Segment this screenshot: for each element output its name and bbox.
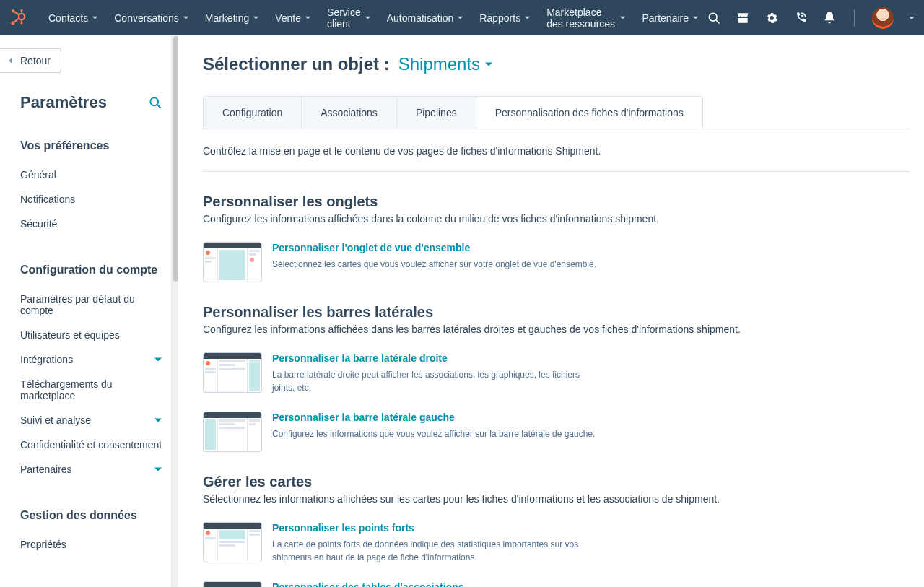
nav-item-7[interactable]: Marketplace des ressources xyxy=(539,6,634,30)
marketplace-icon[interactable] xyxy=(736,11,750,25)
object-select-value[interactable]: Shipments xyxy=(398,54,493,74)
svg-point-9 xyxy=(709,13,717,21)
svg-point-11 xyxy=(150,97,158,105)
sidebar-item-label: Sécurité xyxy=(20,218,57,230)
option-card: Personnaliser les points fortsLa carte d… xyxy=(203,522,910,564)
nav-item-1[interactable]: Conversations xyxy=(106,6,197,30)
phone-icon[interactable] xyxy=(793,11,808,25)
sidebar-group-title: Configuration du compte xyxy=(20,264,162,277)
top-nav: ContactsConversationsMarketingVenteServi… xyxy=(0,0,924,35)
object-selector: Sélectionner un objet : Shipments xyxy=(203,54,924,74)
card-link[interactable]: Personnaliser l'onglet de vue d'ensemble xyxy=(272,242,596,253)
svg-line-7 xyxy=(14,11,19,14)
chevron-down-icon xyxy=(183,14,189,21)
svg-point-4 xyxy=(21,22,23,24)
card-thumbnail xyxy=(203,352,262,393)
card-link[interactable]: Personnaliser la barre latérale gauche xyxy=(272,412,595,423)
back-button[interactable]: Retour xyxy=(0,48,61,73)
card-description: La carte de points forts de données indi… xyxy=(272,538,604,564)
chevron-down-icon xyxy=(253,14,259,21)
chevron-down-icon xyxy=(365,14,371,21)
card-description: Sélectionnez les cartes que vous voulez … xyxy=(272,258,596,271)
sidebar-item-label: Utilisateurs et équipes xyxy=(20,329,120,341)
section-title: Personnaliser les barres latérales xyxy=(203,304,910,321)
sidebar-item-label: Notifications xyxy=(20,194,75,205)
svg-point-8 xyxy=(12,9,14,12)
nav-item-0[interactable]: Contacts xyxy=(40,6,106,30)
nav-item-8[interactable]: Partenaire xyxy=(634,6,707,30)
nav-item-6[interactable]: Rapports xyxy=(471,6,539,30)
sidebar-item-label: Suivi et analyse xyxy=(20,414,91,426)
chevron-down-icon xyxy=(619,14,626,21)
sidebar-scrollbar[interactable] xyxy=(172,35,178,587)
section-description: Sélectionnez les informations affichées … xyxy=(203,493,910,505)
sidebar-group-title: Vos préférences xyxy=(20,139,162,152)
option-card: Personnaliser la barre latérale droiteLa… xyxy=(203,352,910,394)
tab-2[interactable]: Pipelines xyxy=(397,97,476,129)
sidebar-group-title: Gestion des données xyxy=(20,509,162,522)
sidebar-item-label: Général xyxy=(20,169,56,181)
sidebar-item-label: Téléchargements du marketplace xyxy=(20,378,162,401)
card-link[interactable]: Personnaliser la barre latérale droite xyxy=(272,352,604,364)
chevron-down-icon xyxy=(92,14,98,21)
sidebar-item[interactable]: Intégrations xyxy=(20,347,162,372)
nav-item-4[interactable]: Service client xyxy=(319,6,379,30)
card-description: Configurez les informations que vous vou… xyxy=(272,427,595,440)
card-thumbnail xyxy=(203,581,262,587)
sidebar-item[interactable]: Sécurité xyxy=(20,212,162,236)
sidebar-item[interactable]: Confidentialité et consentement xyxy=(20,432,162,457)
chevron-left-icon xyxy=(7,57,14,64)
card-link[interactable]: Personnaliser les points forts xyxy=(272,522,604,534)
user-avatar[interactable] xyxy=(872,7,894,29)
sidebar-item[interactable]: Notifications xyxy=(20,187,162,212)
search-icon[interactable] xyxy=(707,11,721,25)
card-description: La barre latérale droite peut afficher l… xyxy=(272,368,604,394)
bell-icon[interactable] xyxy=(822,11,837,25)
chevron-down-icon xyxy=(154,416,162,425)
sidebar-item[interactable]: Paramètres par défaut du compte xyxy=(20,287,162,323)
sidebar-item[interactable]: Utilisateurs et équipes xyxy=(20,323,162,347)
settings-sidebar: Retour Paramètres Vos préférencesGénéral… xyxy=(0,35,172,587)
chevron-down-icon xyxy=(484,60,493,69)
divider xyxy=(203,171,910,172)
section: Personnaliser les ongletsConfigurez les … xyxy=(203,194,910,282)
tabs-container: ConfigurationAssociationsPipelinesPerson… xyxy=(203,96,910,129)
gear-icon[interactable] xyxy=(764,11,779,25)
chevron-down-icon xyxy=(154,465,162,474)
tab-0[interactable]: Configuration xyxy=(204,97,302,129)
section-title: Personnaliser les onglets xyxy=(203,194,910,210)
hubspot-logo-icon[interactable] xyxy=(10,9,27,27)
nav-divider xyxy=(854,9,855,27)
tab-1[interactable]: Associations xyxy=(302,97,397,129)
sidebar-search-icon[interactable] xyxy=(148,95,162,110)
chevron-down-icon xyxy=(692,14,699,21)
section-title: Gérer les cartes xyxy=(203,474,910,490)
nav-items: ContactsConversationsMarketingVenteServi… xyxy=(40,6,707,30)
account-chevron-icon[interactable] xyxy=(908,14,915,22)
chevron-down-icon xyxy=(305,14,311,21)
section-description: Configurez les informations affichées da… xyxy=(203,323,910,335)
nav-right xyxy=(707,7,915,29)
sidebar-item[interactable]: Suivi et analyse xyxy=(20,408,162,432)
object-select-label: Sélectionner un objet : xyxy=(203,54,390,74)
sidebar-title: Paramètres xyxy=(20,93,107,112)
nav-item-3[interactable]: Vente xyxy=(267,6,319,30)
sidebar-item[interactable]: Partenaires xyxy=(20,457,162,482)
sidebar-item[interactable]: Général xyxy=(20,162,162,187)
chevron-down-icon xyxy=(154,355,162,364)
sidebar-item-label: Propriétés xyxy=(20,539,66,550)
sidebar-item-label: Confidentialité et consentement xyxy=(20,439,162,451)
card-thumbnail xyxy=(203,522,262,562)
sidebar-item[interactable]: Propriétés xyxy=(20,532,162,557)
option-card: Personnaliser la barre latérale gaucheCo… xyxy=(203,412,910,452)
card-link[interactable]: Personnaliser des tables d'associations xyxy=(272,581,604,587)
main-content: Sélectionner un objet : Shipments Config… xyxy=(178,35,924,587)
option-card: Personnaliser des tables d'associationsS… xyxy=(203,581,910,587)
tab-3[interactable]: Personnalisation des fiches d'informatio… xyxy=(476,97,702,129)
svg-line-12 xyxy=(157,105,161,108)
chevron-down-icon xyxy=(457,14,463,21)
sidebar-item[interactable]: Téléchargements du marketplace xyxy=(20,372,162,408)
nav-item-5[interactable]: Automatisation xyxy=(379,6,472,30)
page-description: Contrôlez la mise en page et le contenu … xyxy=(203,145,867,157)
nav-item-2[interactable]: Marketing xyxy=(197,6,267,30)
